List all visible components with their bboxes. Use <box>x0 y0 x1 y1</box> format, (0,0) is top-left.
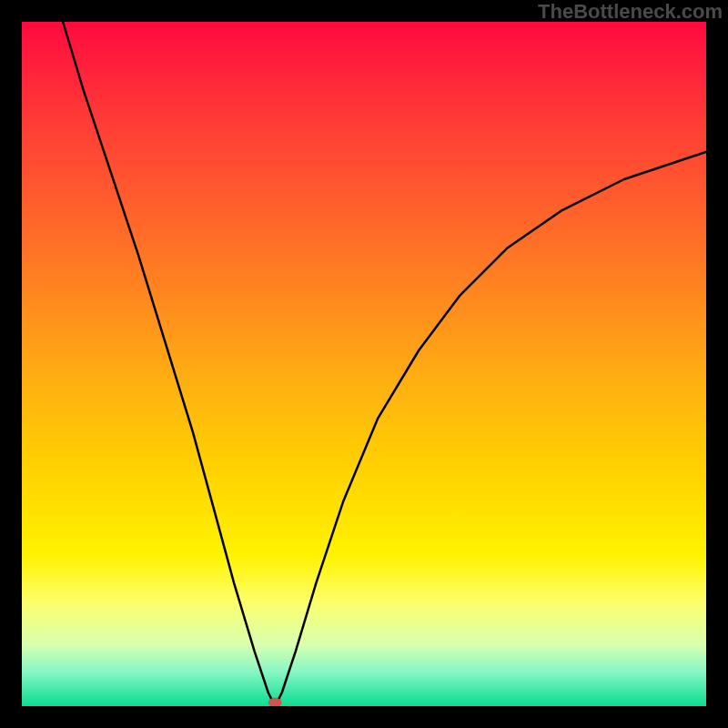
watermark-text: TheBottleneck.com <box>538 0 723 24</box>
chart-frame: TheBottleneck.com <box>0 0 728 728</box>
bottleneck-curve <box>63 22 706 706</box>
optimal-point-marker <box>268 698 281 706</box>
plot-area <box>22 22 706 706</box>
curve-layer <box>22 22 706 706</box>
